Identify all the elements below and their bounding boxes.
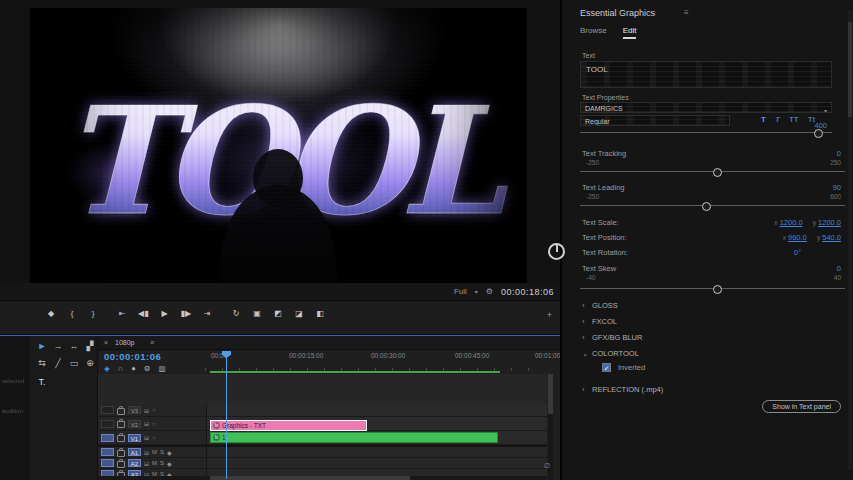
playhead-line[interactable]	[226, 351, 227, 479]
mute-button[interactable]: M	[152, 449, 157, 455]
selection-tool[interactable]: ►	[35, 342, 49, 351]
panel-menu-icon[interactable]: ≡	[150, 339, 154, 346]
font-size-slider[interactable]	[580, 132, 832, 133]
razor-tool[interactable]: ▞	[83, 342, 97, 351]
sequence-tab[interactable]: 1080p	[115, 339, 134, 346]
add-marker-button[interactable]: ◆	[46, 310, 56, 318]
horizontal-scrollbar[interactable]	[98, 476, 547, 480]
video-clip[interactable]: fx1	[210, 432, 498, 443]
pen-tool[interactable]: ╱	[51, 359, 65, 368]
source-patch-active[interactable]	[101, 459, 114, 467]
playhead-timecode[interactable]: 00:00:01:06	[104, 351, 161, 362]
text-skew-slider[interactable]	[580, 288, 845, 289]
faux-italic-button[interactable]: T	[775, 115, 780, 124]
sync-lock-icon[interactable]: ○	[152, 435, 156, 441]
group-colortool[interactable]: ⌄COLORTOOL	[582, 349, 639, 358]
step-back-button[interactable]: ◀▮	[138, 310, 149, 318]
track-name[interactable]: V2	[128, 420, 141, 428]
ripple-edit-tool[interactable]: ↔	[67, 342, 81, 351]
tab-browse[interactable]: Browse	[580, 26, 607, 39]
track-lane-a1[interactable]	[207, 447, 547, 457]
track-output-icon[interactable]: ⊟	[144, 434, 149, 441]
loop-button[interactable]: ↻	[231, 310, 241, 318]
lock-icon[interactable]	[117, 421, 125, 428]
text-scale-x[interactable]: 1200.0	[780, 218, 803, 227]
export-frame-button[interactable]: ▣	[252, 310, 262, 318]
sync-lock-icon[interactable]: ○	[152, 421, 156, 427]
text-leading-slider[interactable]	[580, 205, 845, 206]
solo-button[interactable]: S	[160, 460, 164, 466]
track-name[interactable]: V3	[128, 406, 141, 414]
lock-icon[interactable]	[117, 435, 125, 442]
group-fxcol[interactable]: ›FXCOL	[582, 317, 617, 326]
text-position-x[interactable]: 960.0	[788, 233, 807, 242]
group-gfx-bg-blur[interactable]: ›GFX/BG BLUR	[582, 333, 642, 342]
lock-icon[interactable]	[117, 408, 125, 415]
lock-icon[interactable]	[117, 461, 125, 468]
extract-button[interactable]: ◪	[294, 310, 304, 318]
step-forward-button[interactable]: ▮▶	[181, 310, 192, 318]
text-leading-value[interactable]: 90	[833, 183, 841, 192]
chevron-down-icon[interactable]: ▾	[475, 288, 478, 295]
track-output-icon[interactable]: ⊟	[144, 449, 149, 456]
nest-icon[interactable]: ▥	[158, 365, 165, 373]
tab-edit[interactable]: Edit	[623, 26, 637, 39]
track-name[interactable]: A1	[128, 448, 141, 456]
source-patch-active[interactable]	[101, 448, 114, 456]
mute-button[interactable]: M	[152, 460, 157, 466]
rectangle-tool[interactable]: ▭	[67, 359, 81, 368]
button-editor-plus-button[interactable]: +	[547, 310, 552, 320]
track-lane-v3[interactable]	[207, 404, 547, 416]
source-patch[interactable]	[101, 406, 114, 414]
linked-selection-icon[interactable]: ∩	[118, 365, 123, 373]
track-select-tool[interactable]: →	[51, 342, 65, 351]
lift-button[interactable]: ◩	[273, 310, 283, 318]
comparison-view-button[interactable]: ◧	[315, 310, 325, 318]
go-to-in-button[interactable]: ⇤	[117, 310, 127, 318]
zoom-level-dropdown[interactable]: Full	[454, 287, 467, 296]
group-gloss[interactable]: ›GLOSS	[582, 301, 618, 310]
slip-tool[interactable]: ⇆	[35, 359, 49, 368]
sync-lock-icon[interactable]: ○	[152, 407, 156, 413]
track-output-icon[interactable]: ⊟	[144, 407, 149, 414]
monitor-settings-wrench-icon[interactable]: ⚙	[486, 287, 493, 296]
text-scale-y[interactable]: 1200.0	[818, 218, 841, 227]
go-to-out-button[interactable]: ⇥	[202, 310, 212, 318]
source-patch[interactable]	[101, 420, 114, 428]
rotation-dial[interactable]	[548, 243, 565, 260]
graphic-clip[interactable]: fxGraphics - TXT	[210, 420, 367, 431]
add-marker-icon[interactable]: ●	[131, 365, 136, 373]
snap-icon[interactable]: ◈	[104, 365, 110, 373]
panel-scrollbar[interactable]	[848, 10, 852, 470]
track-output-icon[interactable]: ⊟	[144, 460, 149, 467]
track-name[interactable]: V1	[128, 434, 141, 442]
text-input[interactable]: TOOL	[580, 61, 832, 88]
mark-in-button[interactable]: {	[67, 310, 77, 318]
checkbox-checked[interactable]: ✓	[602, 363, 611, 372]
text-rotation-value[interactable]: 0°	[794, 248, 801, 257]
timeline-settings-wrench-icon[interactable]: ⚙	[144, 365, 151, 373]
track-lane-a2[interactable]	[207, 458, 547, 468]
font-family-select[interactable]: DAMRGICS ▾	[580, 102, 832, 113]
track-name[interactable]: A2	[128, 459, 141, 467]
all-caps-button[interactable]: TT	[789, 115, 799, 124]
text-tracking-slider[interactable]	[580, 171, 845, 172]
track-output-icon[interactable]: ⊟	[144, 420, 149, 427]
group-reflection[interactable]: ›REFLECTION (.mp4)	[582, 385, 663, 394]
panel-menu-icon[interactable]: ≡	[684, 8, 689, 17]
font-style-select[interactable]: Regular	[580, 115, 730, 126]
type-tool[interactable]: T.	[35, 378, 49, 387]
keyframe-icon[interactable]: ◆	[167, 460, 172, 467]
faux-bold-button[interactable]: T	[761, 115, 766, 124]
solo-button[interactable]: S	[160, 449, 164, 455]
mark-out-button[interactable]: }	[88, 310, 98, 318]
lock-icon[interactable]	[117, 450, 125, 457]
text-tracking-value[interactable]: 0	[837, 149, 841, 158]
close-icon[interactable]: ×	[104, 339, 108, 346]
show-in-text-panel-button[interactable]: Show in Text panel	[762, 400, 841, 413]
monitor-timecode[interactable]: 00:00:18:06	[501, 287, 554, 297]
source-patch-active[interactable]	[101, 434, 114, 442]
time-ruler[interactable]: 00:00 00:00:15:00 00:00:30:00 00:00:45:0…	[205, 350, 545, 371]
zoom-tool[interactable]: ⊕	[83, 359, 97, 368]
keyframe-icon[interactable]: ◆	[167, 449, 172, 456]
